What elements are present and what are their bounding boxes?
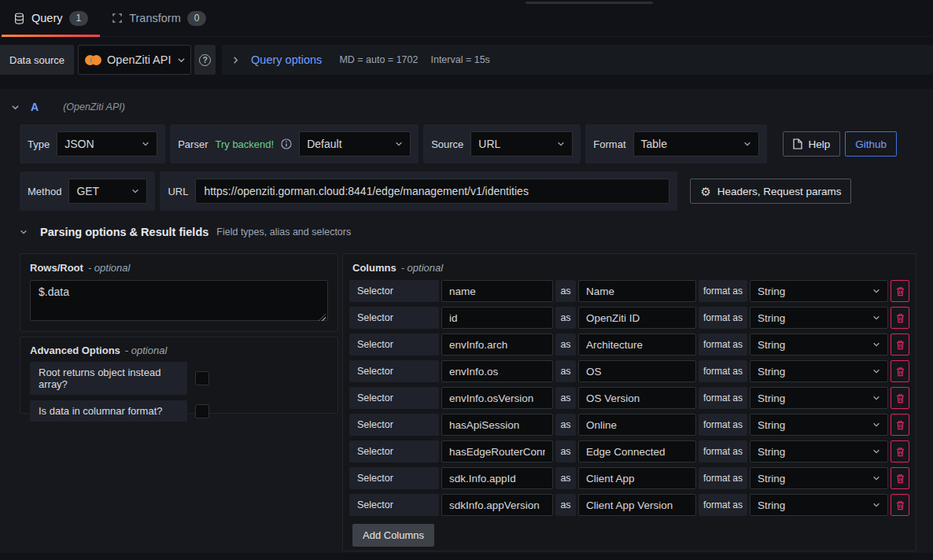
try-backend-hint: Try backend! xyxy=(215,138,274,150)
as-label: as xyxy=(555,307,576,329)
column-row: Selector as format as String xyxy=(349,333,909,356)
gear-icon: ⚙ xyxy=(700,186,710,197)
type-select[interactable]: JSON xyxy=(57,131,157,157)
column-alias-input[interactable] xyxy=(578,333,696,356)
method-select[interactable]: GET xyxy=(68,179,147,204)
selector-label: Selector xyxy=(349,414,439,436)
selector-label: Selector xyxy=(349,307,439,329)
column-selector-input[interactable] xyxy=(441,467,553,489)
column-alias-input[interactable] xyxy=(578,307,696,329)
chevron-down-icon xyxy=(142,140,149,148)
github-button[interactable]: Github xyxy=(845,131,897,157)
query-ref-id: A xyxy=(31,101,39,113)
column-row: Selector as format as String xyxy=(349,494,909,516)
datasource-picker[interactable]: OpenZiti API xyxy=(78,45,191,75)
selector-label: Selector xyxy=(349,333,439,356)
rows-root-input[interactable]: $.data xyxy=(30,280,328,321)
url-input[interactable] xyxy=(195,179,669,204)
delete-column-button[interactable] xyxy=(891,387,909,409)
format-as-label: format as xyxy=(699,387,747,409)
column-format-select[interactable]: String xyxy=(750,307,888,329)
column-alias-input[interactable] xyxy=(578,414,696,436)
column-format-select[interactable]: String xyxy=(750,467,888,489)
url-field-group: URL xyxy=(160,171,677,211)
column-format-select[interactable]: String xyxy=(750,280,888,302)
column-selector-input[interactable] xyxy=(441,360,553,382)
columns-title: Columns xyxy=(352,262,396,274)
chevron-down-icon xyxy=(872,501,880,509)
trash-icon xyxy=(896,447,905,457)
delete-column-button[interactable] xyxy=(891,440,909,462)
headers-request-params-button[interactable]: ⚙ Headers, Request params xyxy=(690,179,851,204)
tab-query-label: Query xyxy=(31,12,63,24)
parsing-options-section-toggle[interactable]: Parsing options & Result fields Field ty… xyxy=(20,226,351,238)
column-alias-input[interactable] xyxy=(578,440,696,462)
parser-select[interactable]: Default xyxy=(299,131,411,157)
column-alias-input[interactable] xyxy=(578,494,696,516)
column-alias-input[interactable] xyxy=(578,387,696,409)
column-alias-input[interactable] xyxy=(578,360,696,382)
column-alias-input[interactable] xyxy=(578,467,696,489)
source-field-group: Source URL xyxy=(423,124,581,164)
chevron-down-icon xyxy=(743,140,751,148)
delete-column-button[interactable] xyxy=(891,280,909,302)
help-button[interactable]: Help xyxy=(783,131,841,157)
parser-field-group: Parser Try backend! Default xyxy=(170,124,419,164)
chevron-down-icon xyxy=(20,228,28,236)
delete-column-button[interactable] xyxy=(891,307,909,329)
tab-transform[interactable]: Transform 0 xyxy=(100,0,218,36)
columns-optional: - optional xyxy=(401,262,443,274)
advanced-option-row: Root returns object instead array? xyxy=(30,362,328,395)
format-as-label: format as xyxy=(699,360,747,382)
chevron-down-icon xyxy=(872,314,880,322)
collapse-query-chevron-icon[interactable] xyxy=(11,103,20,112)
datasource-help-button[interactable]: ? xyxy=(194,45,216,75)
delete-column-button[interactable] xyxy=(891,494,909,516)
trash-icon xyxy=(896,313,905,323)
chevron-down-icon xyxy=(872,341,880,348)
as-label: as xyxy=(555,440,576,462)
column-format-select[interactable]: String xyxy=(750,387,888,409)
format-select[interactable]: Table xyxy=(633,131,759,157)
column-format-select[interactable]: String xyxy=(750,360,888,382)
column-format-select[interactable]: String xyxy=(750,414,888,436)
column-selector-input[interactable] xyxy=(441,440,553,462)
trash-icon xyxy=(896,473,905,484)
column-format-select[interactable]: String xyxy=(750,333,888,356)
chevron-down-icon xyxy=(557,140,565,148)
format-as-label: format as xyxy=(699,280,747,302)
trash-icon xyxy=(896,500,905,510)
column-selector-input[interactable] xyxy=(441,414,553,436)
column-selector-input[interactable] xyxy=(441,280,553,302)
as-label: as xyxy=(555,280,576,302)
advanced-options-optional: - optional xyxy=(125,344,167,356)
query-options-toggle[interactable]: Query options xyxy=(251,53,322,66)
column-selector-input[interactable] xyxy=(441,494,553,516)
column-selector-input[interactable] xyxy=(441,387,553,409)
delete-column-button[interactable] xyxy=(891,360,909,382)
chevron-down-icon xyxy=(872,394,880,402)
tabbar: Query 1 Transform 0 xyxy=(0,0,933,37)
query-editor-card: A (OpenZiti API) Type JSON Parser Try ba… xyxy=(0,89,933,553)
tab-query[interactable]: Query 1 xyxy=(2,0,100,36)
column-selector-input[interactable] xyxy=(441,333,553,356)
add-columns-button[interactable]: Add Columns xyxy=(352,524,434,547)
selector-label: Selector xyxy=(349,387,439,409)
root-returns-object-checkbox[interactable] xyxy=(195,371,209,385)
format-as-label: format as xyxy=(699,467,747,489)
delete-column-button[interactable] xyxy=(891,333,909,356)
as-label: as xyxy=(555,494,576,516)
columnar-format-checkbox[interactable] xyxy=(195,404,209,418)
column-format-select[interactable]: String xyxy=(750,440,888,462)
column-alias-input[interactable] xyxy=(578,280,696,302)
advanced-option-row: Is data in columnar format? xyxy=(30,400,328,422)
format-field-group: Format Table xyxy=(585,124,766,164)
question-circle-icon: ? xyxy=(199,54,211,66)
chevron-down-icon xyxy=(872,474,880,482)
source-select[interactable]: URL xyxy=(470,131,573,157)
column-row: Selector as format as String xyxy=(349,307,909,329)
delete-column-button[interactable] xyxy=(891,414,909,436)
column-selector-input[interactable] xyxy=(441,307,553,329)
delete-column-button[interactable] xyxy=(891,467,909,489)
column-format-select[interactable]: String xyxy=(750,494,888,516)
